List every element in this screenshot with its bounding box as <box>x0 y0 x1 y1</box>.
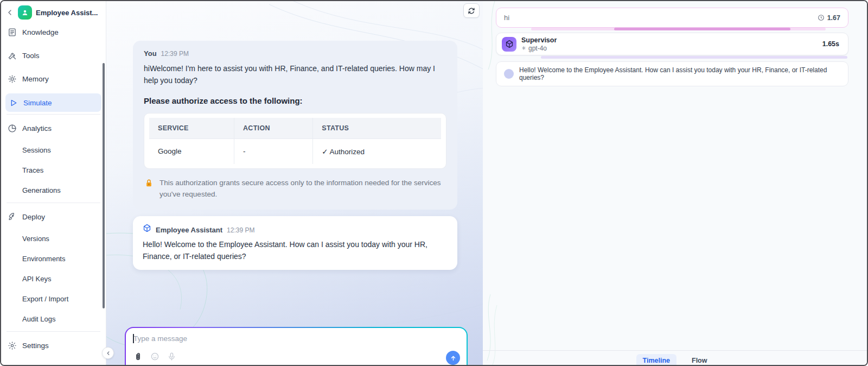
sidebar-scrollbar[interactable] <box>103 63 105 308</box>
paperclip-icon[interactable] <box>133 352 143 361</box>
sidebar-item-traces[interactable]: Traces <box>1 160 106 180</box>
emoji-icon[interactable] <box>150 352 159 361</box>
trace-panel: hi 1.67 Supervisor gpt-4o <box>483 1 867 365</box>
memory-icon <box>8 74 17 84</box>
tab-timeline[interactable]: Timeline <box>636 354 676 366</box>
send-button[interactable] <box>446 351 460 365</box>
assistant-message-card: Employee Assistant 12:39 PM Hello! Welco… <box>133 216 457 270</box>
lock-icon <box>145 179 153 188</box>
arrow-up-icon <box>450 355 457 362</box>
user-message-bubble: You 12:39 PM hiWelcome! I'm here to assi… <box>133 41 457 210</box>
openai-icon <box>521 46 526 51</box>
sidebar-item-memory[interactable]: Memory <box>1 67 106 91</box>
query-duration: 1.67 <box>827 14 840 22</box>
sidebar-item-versions[interactable]: Versions <box>1 229 106 249</box>
text-caret <box>133 334 134 343</box>
sidebar-item-analytics[interactable]: Analytics <box>1 117 106 140</box>
sidebar-divider <box>7 114 100 115</box>
column-header-action: ACTION <box>234 118 312 138</box>
sidebar-divider <box>7 203 100 203</box>
tab-flow[interactable]: Flow <box>685 354 713 366</box>
message-time: 12:39 PM <box>161 50 189 58</box>
agent-duration: 1.65s <box>822 40 839 48</box>
sidebar-item-sessions[interactable]: Sessions <box>1 140 106 160</box>
timeline-bar-segment <box>614 28 790 30</box>
trace-agent-row[interactable]: Supervisor gpt-4o 1.65s <box>496 33 848 55</box>
trace-response-row[interactable]: Hello! Welcome to the Employee Assistant… <box>496 61 848 86</box>
authorization-heading: Please authorize access to the following… <box>144 96 446 105</box>
message-text: Hello! Welcome to the Employee Assistant… <box>143 239 448 262</box>
response-text: Hello! Welcome to the Employee Assistant… <box>519 66 840 81</box>
query-text: hi <box>504 14 509 22</box>
agent-model-label: gpt-4o <box>528 45 547 52</box>
play-icon <box>9 98 18 108</box>
chat-panel: You 12:39 PM hiWelcome! I'm here to assi… <box>106 1 483 365</box>
document-icon <box>8 28 17 37</box>
clock-icon <box>818 14 825 21</box>
sidebar: Employee Assist... Knowledge Tools Memor… <box>1 1 106 365</box>
back-icon[interactable] <box>5 8 14 17</box>
sidebar-item-deploy[interactable]: Deploy <box>1 205 106 229</box>
agent-cube-icon <box>502 37 516 52</box>
mic-icon[interactable] <box>167 352 176 361</box>
cell-action: - <box>234 139 312 164</box>
cell-service: Google <box>149 139 234 164</box>
sidebar-item-audit-logs[interactable]: Audit Logs <box>1 309 106 329</box>
authorization-table: SERVICE ACTION STATUS Google - ✓ Authori… <box>144 113 446 169</box>
trace-footer: Timeline Flow <box>483 350 867 366</box>
sidebar-item-generations[interactable]: Generations <box>1 180 106 200</box>
app-window: Employee Assist... Knowledge Tools Memor… <box>0 0 868 366</box>
tools-icon <box>8 51 17 60</box>
chevron-left-icon <box>105 350 111 356</box>
cube-icon <box>143 224 151 232</box>
sidebar-item-knowledge[interactable]: Knowledge <box>1 21 106 44</box>
sidebar-divider <box>7 331 100 332</box>
column-header-service: SERVICE <box>149 118 234 138</box>
sidebar-item-settings[interactable]: Settings <box>1 334 106 357</box>
message-sender: You <box>144 49 157 58</box>
agent-name: Supervisor <box>521 36 557 45</box>
chat-thread: You 12:39 PM hiWelcome! I'm here to assi… <box>133 41 457 270</box>
sidebar-header: Employee Assist... <box>1 1 106 21</box>
cell-status: ✓ Authorized <box>312 139 441 164</box>
response-avatar <box>504 69 514 79</box>
sidebar-item-environments[interactable]: Environments <box>1 249 106 269</box>
sidebar-item-tools[interactable]: Tools <box>1 44 106 67</box>
table-row: Google - ✓ Authorized <box>149 138 441 164</box>
sidebar-item-simulate[interactable]: Simulate <box>5 93 101 112</box>
trace-query-row[interactable]: hi 1.67 <box>496 8 848 28</box>
app-avatar-icon <box>18 5 32 20</box>
sidebar-collapse-button[interactable] <box>102 347 114 359</box>
authorization-note: This authorization grants secure access … <box>144 178 446 200</box>
rocket-icon <box>8 212 17 222</box>
gear-icon <box>8 341 17 350</box>
message-sender: Employee Assistant <box>156 226 222 234</box>
pie-chart-icon <box>8 124 17 133</box>
sidebar-item-api-keys[interactable]: API Keys <box>1 269 106 289</box>
refresh-button[interactable] <box>463 3 480 18</box>
timeline-bar <box>541 56 847 59</box>
column-header-status: STATUS <box>312 118 441 138</box>
message-time: 12:39 PM <box>227 226 254 234</box>
sidebar-item-export-import[interactable]: Export / Import <box>1 289 106 309</box>
message-text: hiWelcome! I'm here to assist you with H… <box>144 63 446 86</box>
table-header-row: SERVICE ACTION STATUS <box>149 118 441 138</box>
message-input[interactable] <box>133 335 443 343</box>
app-title: Employee Assist... <box>36 9 98 17</box>
refresh-icon <box>468 7 475 15</box>
message-composer <box>125 327 468 366</box>
note-text: This authorization grants secure access … <box>159 178 442 200</box>
background-waves <box>483 1 499 365</box>
